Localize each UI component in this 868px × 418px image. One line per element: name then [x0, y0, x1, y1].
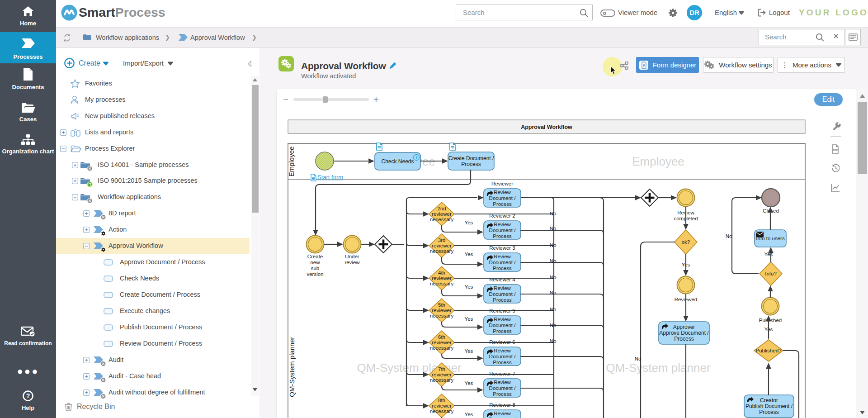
- svg-text:Info?: Info?: [765, 271, 777, 276]
- svg-text:Document /: Document /: [489, 385, 516, 391]
- svg-text:8th: 8th: [438, 398, 445, 403]
- svg-text:necessary: necessary: [430, 345, 454, 351]
- svg-text:ok?: ok?: [682, 239, 690, 245]
- svg-text:Review: Review: [494, 380, 511, 385]
- svg-text:Reviewer: Reviewer: [491, 181, 513, 186]
- svg-text:Publish Document /: Publish Document /: [745, 403, 793, 409]
- svg-text:Process: Process: [461, 161, 481, 167]
- svg-text:QM-System planner: QM-System planner: [606, 361, 711, 375]
- svg-text:Review: Review: [494, 254, 511, 259]
- svg-text:Reviewer 4: Reviewer 4: [489, 277, 515, 282]
- svg-text:Process: Process: [493, 266, 512, 271]
- svg-text:2nd: 2nd: [437, 206, 446, 211]
- svg-text:new: new: [310, 260, 320, 265]
- svg-text:No: No: [550, 226, 557, 231]
- svg-text:Yes: Yes: [465, 316, 473, 322]
- svg-text:Yes: Yes: [465, 284, 473, 290]
- svg-text:Process: Process: [759, 409, 778, 415]
- svg-text:3rd: 3rd: [438, 238, 446, 243]
- svg-text:Review: Review: [494, 222, 511, 227]
- svg-text:Process: Process: [674, 336, 693, 342]
- svg-text:Create: Create: [307, 254, 323, 259]
- svg-text:Yes: Yes: [465, 252, 473, 257]
- svg-text:QM-System planner: QM-System planner: [288, 337, 296, 397]
- svg-text:7th: 7th: [438, 366, 445, 372]
- svg-text:5th: 5th: [438, 302, 445, 308]
- svg-text:Document /: Document /: [489, 417, 516, 418]
- svg-text:Under: Under: [345, 254, 359, 259]
- svg-text:Document /: Document /: [489, 354, 516, 359]
- svg-text:No: No: [635, 356, 642, 361]
- svg-text:necessary: necessary: [430, 217, 454, 222]
- svg-text:necessary: necessary: [430, 377, 454, 383]
- svg-text:Yes: Yes: [465, 220, 473, 225]
- svg-text:?: ?: [26, 392, 30, 399]
- svg-text:reviewer: reviewer: [432, 340, 452, 345]
- svg-text:Reviewer 8: Reviewer 8: [489, 402, 515, 408]
- svg-text:Check Needs: Check Needs: [381, 158, 414, 165]
- svg-text:Approval Workflow: Approval Workflow: [521, 124, 572, 130]
- svg-text:necessary: necessary: [430, 313, 454, 318]
- svg-text:No: No: [550, 323, 557, 328]
- svg-text:reviewer: reviewer: [432, 211, 452, 217]
- svg-text:Creator: Creator: [760, 397, 778, 404]
- svg-text:Review: Review: [494, 285, 511, 291]
- svg-text:necessary: necessary: [430, 248, 454, 254]
- svg-text:No: No: [550, 290, 557, 295]
- svg-text:No: No: [550, 242, 557, 248]
- svg-text:Process: Process: [493, 233, 512, 239]
- svg-text:reviewer: reviewer: [432, 372, 452, 377]
- svg-text:Document /: Document /: [489, 260, 516, 265]
- svg-text:version: version: [307, 271, 323, 277]
- svg-text:Process: Process: [493, 201, 512, 207]
- svg-text:necessary: necessary: [430, 408, 454, 414]
- svg-text:Process: Process: [493, 297, 512, 303]
- svg-text:reviewer: reviewer: [432, 308, 452, 313]
- svg-text:Document /: Document /: [489, 228, 516, 233]
- svg-text:Reviewer 3: Reviewer 3: [489, 245, 515, 251]
- svg-text:Approver: Approver: [673, 324, 695, 330]
- svg-text:Start form: Start form: [317, 174, 343, 180]
- svg-text:6th: 6th: [438, 334, 445, 340]
- svg-text:Employee: Employee: [632, 155, 684, 168]
- svg-text:Reviewer 5: Reviewer 5: [489, 308, 515, 314]
- svg-text:reviewer: reviewer: [432, 243, 452, 248]
- svg-text:Review: Review: [494, 348, 511, 353]
- svg-text:Reviewer 6: Reviewer 6: [489, 339, 515, 345]
- svg-text:Approve Document /: Approve Document /: [659, 330, 709, 336]
- svg-text:No: No: [726, 233, 732, 239]
- svg-text:Document /: Document /: [489, 291, 516, 297]
- svg-text:Yes: Yes: [465, 348, 473, 354]
- svg-text:No: No: [550, 275, 557, 280]
- svg-text:Published?: Published?: [756, 348, 782, 353]
- svg-text:No: No: [550, 307, 557, 312]
- svg-text:4th: 4th: [438, 270, 445, 276]
- svg-text:Employee: Employee: [288, 147, 295, 177]
- svg-text:reviewer: reviewer: [432, 276, 452, 281]
- svg-text:No: No: [550, 338, 557, 344]
- svg-text:Process: Process: [493, 360, 512, 365]
- svg-text:reviewer: reviewer: [432, 403, 452, 408]
- svg-text:Yes: Yes: [465, 380, 473, 386]
- svg-text:i: i: [416, 155, 417, 160]
- svg-text:Review: Review: [494, 190, 511, 195]
- svg-text:necessary: necessary: [430, 281, 454, 286]
- svg-text:Yes: Yes: [465, 412, 473, 417]
- svg-text:sub: sub: [311, 266, 320, 271]
- svg-text:review: review: [344, 260, 360, 265]
- svg-text:Process: Process: [493, 328, 512, 334]
- svg-text:Create Document /: Create Document /: [448, 155, 494, 162]
- svg-text:Document /: Document /: [489, 195, 516, 201]
- svg-text:Review: Review: [494, 411, 511, 416]
- svg-text:Process: Process: [493, 391, 512, 397]
- svg-text:Reviewer 2: Reviewer 2: [489, 213, 515, 218]
- svg-text:Document /: Document /: [489, 323, 516, 328]
- svg-text:Reviewer 7: Reviewer 7: [489, 371, 515, 376]
- svg-text:Review: Review: [494, 317, 511, 322]
- svg-text:No: No: [550, 258, 557, 264]
- svg-text:No: No: [550, 211, 557, 216]
